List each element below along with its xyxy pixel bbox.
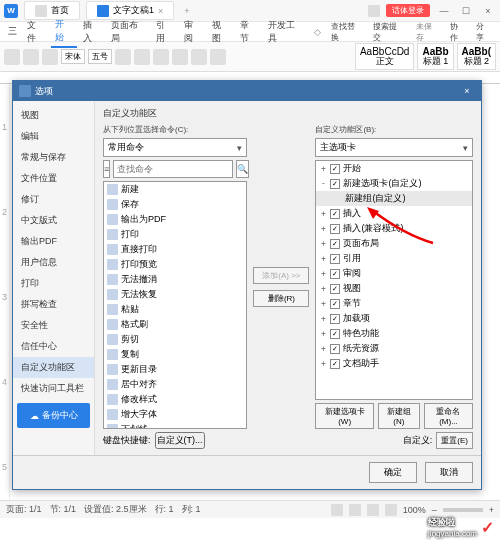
font-select[interactable]: 宋体 <box>61 49 85 64</box>
tree-item[interactable]: +✓文档助手 <box>316 356 472 371</box>
tree-item[interactable]: +✓插入(兼容模式) <box>316 221 472 236</box>
sidebar-item-trustcenter[interactable]: 信任中心 <box>13 336 94 357</box>
search-input[interactable] <box>113 160 233 178</box>
command-item[interactable]: 粘贴 <box>104 302 246 317</box>
minimize-button[interactable]: — <box>436 6 452 16</box>
sidebar-item-userinfo[interactable]: 用户信息 <box>13 252 94 273</box>
command-item[interactable]: 下划线 <box>104 422 246 429</box>
sidebar-item-edit[interactable]: 编辑 <box>13 126 94 147</box>
remove-button[interactable]: 删除(R) <box>253 290 309 307</box>
sidebar-item-view[interactable]: 视图 <box>13 105 94 126</box>
sidebar-item-exportpdf[interactable]: 输出PDF <box>13 231 94 252</box>
checkbox[interactable]: ✓ <box>330 224 340 234</box>
command-item[interactable]: 打印预览 <box>104 257 246 272</box>
style-heading1[interactable]: AaBb标题 1 <box>417 43 453 70</box>
menu-review[interactable]: 审阅 <box>180 17 206 47</box>
search-icon[interactable]: 🔍 <box>236 160 249 178</box>
checkbox[interactable]: ✓ <box>330 254 340 264</box>
command-item[interactable]: 复制 <box>104 347 246 362</box>
view-mode-icon-4[interactable] <box>385 504 397 516</box>
highlight-icon[interactable] <box>210 49 226 65</box>
command-item[interactable]: 新建 <box>104 182 246 197</box>
tree-item[interactable]: +✓加载项 <box>316 311 472 326</box>
view-mode-icon-2[interactable] <box>349 504 361 516</box>
menu-hamburger[interactable]: 三 <box>4 23 21 40</box>
checkbox[interactable]: ✓ <box>330 164 340 174</box>
command-item[interactable]: 居中对齐 <box>104 377 246 392</box>
menu-search[interactable]: 搜索提交 <box>369 19 409 45</box>
checkbox[interactable]: ✓ <box>330 239 340 249</box>
sidebar-item-revision[interactable]: 修订 <box>13 189 94 210</box>
cancel-button[interactable]: 取消 <box>425 462 473 483</box>
checkbox[interactable]: ✓ <box>330 359 340 369</box>
tree-item[interactable]: +✓章节 <box>316 296 472 311</box>
tree-item[interactable]: +✓开始 <box>316 161 472 176</box>
tree-item[interactable]: +✓审阅 <box>316 266 472 281</box>
command-item[interactable]: 更新目录 <box>104 362 246 377</box>
new-tab-button[interactable]: 新建选项卡(W) <box>315 403 373 429</box>
command-item[interactable]: 剪切 <box>104 332 246 347</box>
commands-source-select[interactable]: 常用命令 <box>103 138 247 157</box>
tree-item[interactable]: -✓新建选项卡(自定义) <box>316 176 472 191</box>
reset-button[interactable]: 重置(E) <box>436 432 473 449</box>
command-item[interactable]: 保存 <box>104 197 246 212</box>
menu-findreplace[interactable]: 查找替换 <box>327 19 367 45</box>
expand-icon[interactable]: + <box>319 164 327 173</box>
format-painter-icon[interactable] <box>42 49 58 65</box>
expand-icon[interactable]: + <box>319 224 327 233</box>
menu-section[interactable]: 章节 <box>236 17 262 47</box>
checkbox[interactable]: ✓ <box>330 344 340 354</box>
zoom-out-button[interactable]: – <box>432 505 437 515</box>
cut-icon[interactable] <box>23 49 39 65</box>
sidebar-item-security[interactable]: 安全性 <box>13 315 94 336</box>
sidebar-item-customribbon[interactable]: 自定义功能区 <box>13 357 94 378</box>
ribbon-tree[interactable]: +✓开始-✓新建选项卡(自定义)新建组(自定义)+✓插入+✓插入(兼容模式)+✓… <box>315 160 473 400</box>
close-button[interactable]: × <box>480 6 496 16</box>
checkbox[interactable]: ✓ <box>330 329 340 339</box>
sidebar-item-filelocation[interactable]: 文件位置 <box>13 168 94 189</box>
command-item[interactable]: 修改样式 <box>104 392 246 407</box>
command-item[interactable]: 增大字体 <box>104 407 246 422</box>
menu-view[interactable]: 视图 <box>208 17 234 47</box>
tree-item[interactable]: +✓视图 <box>316 281 472 296</box>
new-tab-button[interactable]: + <box>180 6 193 16</box>
expand-icon[interactable]: + <box>319 299 327 308</box>
checkbox[interactable]: ✓ <box>330 209 340 219</box>
checkbox[interactable]: ✓ <box>330 314 340 324</box>
expand-icon[interactable]: + <box>319 314 327 323</box>
menu-collab[interactable]: 协作 <box>446 19 470 45</box>
tree-item[interactable]: +✓特色功能 <box>316 326 472 341</box>
paste-icon[interactable] <box>4 49 20 65</box>
customize-shortcuts-button[interactable]: 自定义(T)... <box>155 432 205 449</box>
command-item[interactable]: 输出为PDF <box>104 212 246 227</box>
commands-listbox[interactable]: 新建保存输出为PDF打印直接打印打印预览无法撤消无法恢复粘贴格式刷剪切复制更新目… <box>103 181 247 429</box>
sidebar-item-qat[interactable]: 快速访问工具栏 <box>13 378 94 399</box>
expand-icon[interactable]: + <box>319 359 327 368</box>
list-icon[interactable]: ≡ <box>103 160 110 178</box>
menu-reference[interactable]: 引用 <box>152 17 178 47</box>
tree-item[interactable]: +✓纸壳资源 <box>316 341 472 356</box>
command-item[interactable]: 无法恢复 <box>104 287 246 302</box>
font-color-icon[interactable] <box>191 49 207 65</box>
dialog-close-button[interactable]: × <box>459 86 475 96</box>
style-heading2[interactable]: AaBb(标题 2 <box>457 43 496 70</box>
command-item[interactable]: 格式刷 <box>104 317 246 332</box>
tree-item[interactable]: 新建组(自定义) <box>316 191 472 206</box>
checkbox[interactable]: ✓ <box>330 299 340 309</box>
add-button[interactable]: 添加(A) >> <box>253 267 309 284</box>
tree-item[interactable]: +✓插入 <box>316 206 472 221</box>
close-icon[interactable]: × <box>158 6 163 16</box>
checkbox[interactable]: ✓ <box>330 269 340 279</box>
view-mode-icon-3[interactable] <box>367 504 379 516</box>
expand-icon[interactable]: + <box>319 329 327 338</box>
checkbox[interactable]: ✓ <box>330 284 340 294</box>
sidebar-item-print[interactable]: 打印 <box>13 273 94 294</box>
italic-icon[interactable] <box>134 49 150 65</box>
login-button[interactable]: 话体登录 <box>386 4 430 17</box>
expand-icon[interactable]: + <box>319 209 327 218</box>
sidebar-item-spellcheck[interactable]: 拼写检查 <box>13 294 94 315</box>
expand-icon[interactable]: - <box>319 179 327 188</box>
view-mode-icon[interactable] <box>331 504 343 516</box>
expand-icon[interactable]: + <box>319 284 327 293</box>
strike-icon[interactable] <box>172 49 188 65</box>
